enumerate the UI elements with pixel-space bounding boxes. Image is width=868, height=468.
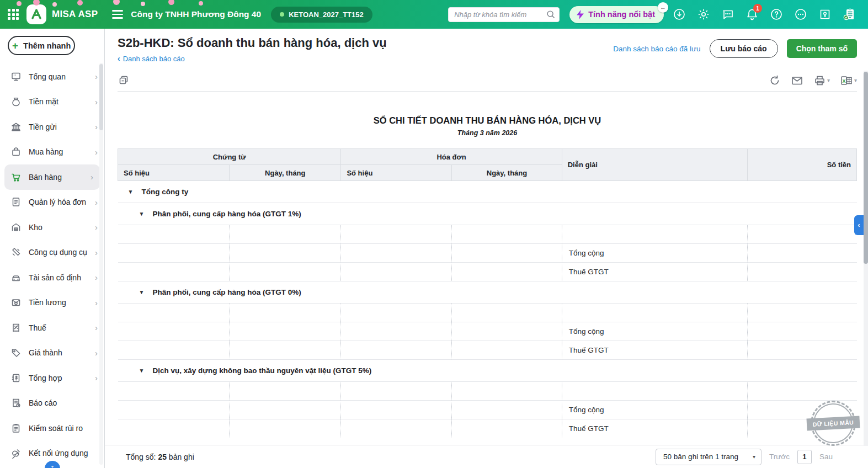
pagination-bar: Tổng số: 25 bản ghi 50 bản ghi trên 1 tr… xyxy=(105,445,868,468)
main-scrollbar-thumb[interactable] xyxy=(864,72,868,264)
column-so-hieu-hd[interactable]: Số hiệu xyxy=(341,165,452,181)
blossom-decoration xyxy=(141,2,145,6)
table-cell-ngay-thang-hd xyxy=(452,322,562,341)
header-actions: Danh sách báo cáo đã lưu Lưu báo cáo Chọ… xyxy=(613,39,857,58)
table-cell-so-hieu-ct xyxy=(118,341,230,360)
task-checklist-icon[interactable] xyxy=(837,3,861,25)
search-input[interactable] xyxy=(448,7,560,22)
sidebar-menu: Tổng quan›Tiền mặt›Tiền gửi›Mua hàng›Bán… xyxy=(0,60,104,466)
sidebar-item-bank-deposit[interactable]: Tiền gửi› xyxy=(0,114,104,140)
column-so-hieu-ct[interactable]: Số hiệu xyxy=(118,165,230,181)
lightning-icon xyxy=(576,10,584,19)
risk-icon xyxy=(10,423,22,434)
overview-icon xyxy=(10,71,22,82)
tools-icon xyxy=(10,247,22,258)
featured-button[interactable]: Tính năng nổi bật ← xyxy=(569,6,664,23)
sidebar-item-label: Kết nối ứng dụng xyxy=(29,449,88,458)
print-icon[interactable]: ▾ xyxy=(813,75,830,87)
table-cell-ngay-thang-ct xyxy=(230,225,341,244)
email-icon[interactable] xyxy=(791,75,803,87)
guide-book-icon[interactable] xyxy=(813,3,837,25)
menu-toggle-icon[interactable] xyxy=(112,10,123,18)
sidebar-item-warehouse[interactable]: Kho› xyxy=(0,215,104,240)
sidebar-item-risk[interactable]: Kiểm soát rủi ro xyxy=(0,416,104,441)
settings-gear-icon[interactable] xyxy=(691,3,716,25)
column-group-chung-tu[interactable]: Chứng từ xyxy=(118,149,341,165)
sidebar-scrollbar[interactable] xyxy=(99,63,103,465)
column-so-tien[interactable]: Số tiền xyxy=(747,149,856,181)
notifications-bell-icon[interactable]: 1 xyxy=(740,3,764,25)
refresh-icon[interactable] xyxy=(769,75,781,87)
column-dien-giai[interactable]: Diễn giải xyxy=(562,149,747,181)
collapse-group-icon[interactable]: ▼ xyxy=(128,189,134,195)
sidebar-item-overview[interactable]: Tổng quan› xyxy=(0,64,104,89)
svg-text:X: X xyxy=(842,78,845,83)
sidebar-item-tools[interactable]: Công cụ dụng cụ› xyxy=(0,240,104,265)
table-cell-so-hieu-hd xyxy=(341,304,452,322)
sidebar-item-report[interactable]: Báo cáo xyxy=(0,391,104,416)
table-row: Thuế GTGT xyxy=(118,419,857,438)
collapse-group-icon[interactable]: ▼ xyxy=(139,368,145,374)
report-viewport: SỔ CHI TIẾT DOANH THU BÁN HÀNG HÓA, DỊCH… xyxy=(118,100,857,445)
misa-logo[interactable] xyxy=(26,4,46,24)
main-content: S2b-HKD: Sổ doanh thu bán hàng hóa, dịch… xyxy=(105,29,868,468)
sidebar-item-cash[interactable]: Tiền mặt› xyxy=(0,89,104,115)
table-cell-so-hieu-ct xyxy=(118,263,230,281)
saved-reports-link[interactable]: Danh sách báo cáo đã lưu xyxy=(613,45,700,53)
download-icon[interactable] xyxy=(667,3,691,25)
chevron-right-icon: › xyxy=(90,172,93,182)
sidebar-item-cost-tag[interactable]: Giá thành› xyxy=(0,341,104,366)
help-icon[interactable] xyxy=(764,3,789,25)
table-cell-so-tien xyxy=(747,304,856,322)
status-dot xyxy=(280,12,284,17)
table-cell-ngay-thang-hd xyxy=(452,225,562,244)
workspace-badge[interactable]: KETOAN_2027_TT152 xyxy=(271,7,372,23)
column-ngay-thang-ct[interactable]: Ngày, tháng xyxy=(230,165,341,181)
column-ngay-thang-hd[interactable]: Ngày, tháng xyxy=(452,165,562,181)
sidebar-item-invoice[interactable]: Quản lý hóa đơn› xyxy=(0,190,104,215)
table-cell-ngay-thang-hd xyxy=(452,401,562,419)
search-icon[interactable] xyxy=(546,9,556,19)
company-name[interactable]: Công ty TNHH Phương Đông 40 xyxy=(131,9,261,19)
sidebar-item-fixed-asset[interactable]: Tài sản cố định› xyxy=(0,265,104,290)
collapse-all-icon[interactable] xyxy=(118,75,130,87)
choose-params-button[interactable]: Chọn tham số xyxy=(787,39,857,58)
table-cell-so-tien xyxy=(747,322,856,341)
table-cell-so-tien xyxy=(747,382,856,401)
table-cell-so-tien xyxy=(747,263,856,281)
collapse-group-icon[interactable]: ▼ xyxy=(139,289,145,295)
sidebar-item-sales-cart[interactable]: Bán hàng› xyxy=(4,164,100,190)
chat-icon[interactable] xyxy=(716,3,740,25)
page-header: S2b-HKD: Sổ doanh thu bán hàng hóa, dịch… xyxy=(105,29,868,63)
sidebar-item-label: Tổng quan xyxy=(29,72,66,81)
table-cell-so-hieu-hd xyxy=(341,263,452,281)
more-options-icon[interactable] xyxy=(789,3,813,25)
collapse-group-icon[interactable]: ▼ xyxy=(139,211,145,217)
table-cell-so-tien xyxy=(747,244,856,263)
sidebar-scrollbar-thumb[interactable] xyxy=(99,64,103,130)
sidebar-item-ledger[interactable]: Tổng hợp› xyxy=(0,365,104,391)
sidebar-item-purchase[interactable]: Mua hàng› xyxy=(0,140,104,165)
table-row: Tổng cộng xyxy=(118,401,857,419)
group-row: ▼Tổng công ty xyxy=(118,181,857,203)
page-size-select[interactable]: 50 bản ghi trên 1 trang ▾ xyxy=(656,449,762,465)
app-grid-icon[interactable] xyxy=(8,9,19,20)
group-row: ▼Phân phối, cung cấp hàng hóa (GTGT 1%) xyxy=(118,203,857,225)
export-excel-icon[interactable]: X ▾ xyxy=(840,75,857,87)
prev-page-button[interactable]: Trước xyxy=(769,453,790,461)
next-page-button[interactable]: Sau xyxy=(819,453,833,461)
back-to-report-list-link[interactable]: ‹ Danh sách báo cáo xyxy=(118,54,387,63)
toolbar-right-icons: ▾ X ▾ xyxy=(769,75,857,87)
sidebar-item-payroll[interactable]: Tiền lương› xyxy=(0,290,104,316)
chevron-right-icon: › xyxy=(95,373,98,382)
main-scrollbar[interactable] xyxy=(864,71,868,446)
page-number-input[interactable] xyxy=(797,450,812,464)
quick-add-button[interactable]: + Thêm nhanh xyxy=(8,36,75,55)
warehouse-icon xyxy=(10,222,22,233)
save-report-button[interactable]: Lưu báo cáo xyxy=(710,39,778,58)
sidebar-item-label: Công cụ dụng cụ xyxy=(29,248,87,257)
sidebar-item-tax[interactable]: Thuế› xyxy=(0,315,104,341)
side-panel-expander[interactable]: ‹ xyxy=(854,215,864,235)
blossom-decoration xyxy=(17,1,22,6)
column-group-hoa-don[interactable]: Hóa đơn xyxy=(341,149,562,165)
